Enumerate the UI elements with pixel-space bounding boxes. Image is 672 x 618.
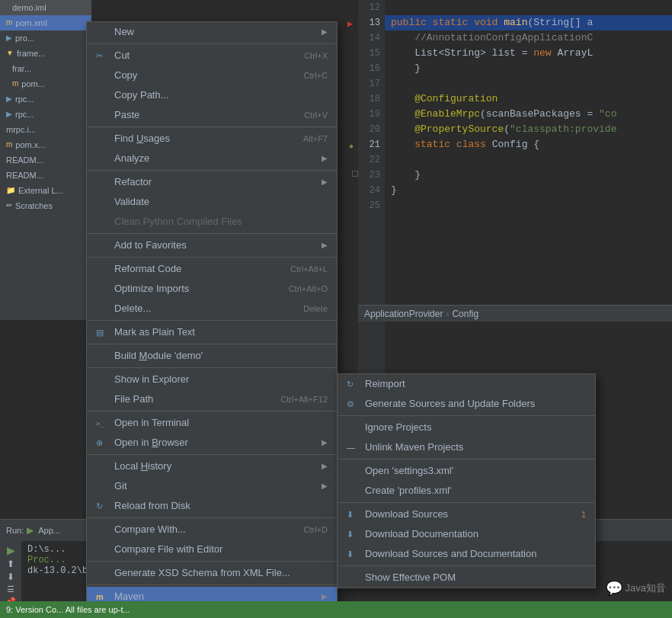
file-icon: ▶ bbox=[6, 30, 12, 46]
maven-generate-sources[interactable]: ⚙Generate Sources and Update Folders bbox=[338, 394, 595, 414]
menu-item-label: ⊕Open in Browser bbox=[96, 433, 188, 453]
run-list-button[interactable]: ☰ bbox=[7, 584, 14, 594]
menu-item-reload[interactable]: ↻Reload from Disk bbox=[87, 496, 337, 516]
menu-item-compare[interactable]: Compare With... Ctrl+D bbox=[87, 520, 337, 540]
menu-item-mark-plain[interactable]: ▤Mark as Plain Text bbox=[87, 322, 337, 342]
code-line-20: @PropertySource("classpath:provide bbox=[385, 122, 672, 137]
code-line-15: List<String> list = new ArrayL bbox=[385, 46, 672, 61]
menu-item-show-explorer[interactable]: Show in Explorer bbox=[87, 370, 337, 389]
string: "co bbox=[599, 108, 616, 120]
maven-create-profiles[interactable]: Create 'profiles.xml' bbox=[338, 481, 595, 501]
maven-ignore-projects[interactable]: Ignore Projects bbox=[338, 418, 595, 437]
menu-item-label: ↻Reload from Disk bbox=[96, 496, 190, 516]
tree-item[interactable]: demo.iml bbox=[0, 0, 91, 15]
code-text: ( bbox=[504, 123, 510, 135]
tree-item-pom[interactable]: m pom.xml bbox=[0, 15, 91, 30]
menu-item-paste[interactable]: Paste Ctrl+V bbox=[87, 105, 337, 125]
run-down-button[interactable]: ⬇ bbox=[7, 572, 14, 582]
code-text: (scanBasePackages = bbox=[480, 108, 599, 120]
menu-item-copy-path[interactable]: Copy Path... bbox=[87, 85, 337, 105]
menu-item-label: ⚙Generate Sources and Update Folders bbox=[347, 394, 535, 414]
menu-item-find-usages[interactable]: Find Usages Alt+F7 bbox=[87, 129, 337, 149]
code-line-13: public static void main(String[] a bbox=[385, 15, 672, 30]
menu-item-add-favorites[interactable]: Add to Favorites ▶ bbox=[87, 235, 337, 255]
menu-item-label: —Unlink Maven Projects bbox=[347, 437, 463, 457]
menu-item-label: Reformat Code bbox=[96, 259, 181, 279]
maven-download-docs[interactable]: ⬇Download Documentation bbox=[338, 524, 595, 544]
tree-item-scratches[interactable]: ✏ Scratches bbox=[0, 198, 91, 213]
menu-item-git[interactable]: Git ▶ bbox=[87, 476, 337, 496]
line-num: 17 bbox=[358, 76, 385, 91]
tree-item[interactable]: m pom.x... bbox=[0, 137, 91, 152]
unlink-icon: — bbox=[347, 437, 360, 457]
menu-item-label: Compare File with Editor bbox=[96, 540, 222, 559]
tree-item[interactable]: m pom... bbox=[0, 76, 91, 91]
menu-item-label: ⬇Download Sources bbox=[347, 504, 448, 524]
menu-item-analyze[interactable]: Analyze ▶ bbox=[87, 149, 337, 168]
tree-item-rpc2[interactable]: ▶ rpc... bbox=[0, 107, 91, 122]
menu-separator bbox=[87, 517, 337, 518]
menu-item-reformat[interactable]: Reformat Code Ctrl+Alt+L bbox=[87, 259, 337, 279]
maven-download-sources[interactable]: ⬇Download Sources 1 bbox=[338, 504, 595, 524]
breadcrumb-part1[interactable]: ApplicationProvider bbox=[364, 309, 443, 319]
play-icon[interactable]: ▶ bbox=[27, 525, 34, 536]
line-num: 21 ● bbox=[358, 137, 385, 152]
menu-separator bbox=[87, 454, 337, 455]
annotation: @Configuration bbox=[391, 93, 498, 104]
tree-item[interactable]: READM... bbox=[0, 152, 91, 168]
tree-item[interactable]: mrpc.i... bbox=[0, 122, 91, 137]
submenu-arrow: ▶ bbox=[322, 456, 328, 476]
run-play-button[interactable]: ▶ bbox=[7, 544, 15, 556]
menu-item-optimize[interactable]: Optimize Imports Ctrl+Alt+O bbox=[87, 279, 337, 299]
maven-unlink[interactable]: —Unlink Maven Projects bbox=[338, 437, 595, 457]
menu-item-refactor[interactable]: Refactor ▶ bbox=[87, 172, 337, 192]
menu-separator bbox=[87, 584, 337, 585]
tree-label: demo.iml bbox=[12, 0, 46, 15]
menu-item-new[interactable]: New ▶ bbox=[87, 22, 337, 42]
submenu-arrow: ▶ bbox=[322, 235, 328, 255]
maven-download-both[interactable]: ⬇Download Sources and Documentation bbox=[338, 544, 595, 564]
menu-item-label: Show in Explorer bbox=[96, 370, 189, 389]
menu-item-generate-xsd[interactable]: Generate XSD Schema from XML File... bbox=[87, 563, 337, 583]
menu-item-label: ▤Mark as Plain Text bbox=[96, 322, 195, 342]
tree-item[interactable]: READM... bbox=[0, 168, 91, 183]
menu-item-label: Analyze bbox=[96, 149, 149, 168]
tree-item-frame[interactable]: ▼ frame... bbox=[0, 46, 91, 61]
breadcrumb-part2[interactable]: Config bbox=[452, 309, 478, 319]
menu-item-label: ✂Cut bbox=[96, 46, 130, 66]
menu-item-build[interactable]: Build Module 'demo' bbox=[87, 346, 337, 366]
menu-item-file-path[interactable]: File Path Ctrl+Alt+F12 bbox=[87, 389, 337, 409]
file-tree: demo.iml m pom.xml ▶ pro... ▼ frame... f… bbox=[0, 0, 91, 320]
tree-item[interactable]: frar... bbox=[0, 61, 91, 76]
menu-item-cut[interactable]: ✂Cut Ctrl+X bbox=[87, 46, 337, 66]
submenu-arrow: ▶ bbox=[322, 149, 328, 168]
menu-item-label: Compare With... bbox=[96, 520, 186, 540]
ext-icon: 📁 bbox=[6, 183, 15, 198]
menu-item-browser[interactable]: ⊕Open in Browser ▶ bbox=[87, 433, 337, 453]
run-stop-button[interactable]: ⬆ bbox=[7, 559, 14, 569]
menu-item-label: Find Usages bbox=[96, 129, 170, 149]
tree-label: pom... bbox=[21, 76, 45, 91]
menu-item-local-history[interactable]: Local History ▶ bbox=[87, 456, 337, 476]
code-line-22 bbox=[385, 152, 672, 168]
menu-item-compare-editor[interactable]: Compare File with Editor bbox=[87, 540, 337, 559]
download-icon: ⬇ bbox=[347, 504, 360, 524]
menu-item-copy[interactable]: Copy Ctrl+C bbox=[87, 66, 337, 85]
menu-separator bbox=[338, 502, 595, 503]
tree-label: rpc... bbox=[15, 107, 34, 122]
tree-item-external[interactable]: 📁 External L... bbox=[0, 183, 91, 198]
menu-item-terminal[interactable]: >_Open in Terminal bbox=[87, 413, 337, 433]
run-tab[interactable]: App... bbox=[38, 526, 60, 535]
code-line-21: static class Config { bbox=[385, 137, 672, 152]
maven-open-settings[interactable]: Open 'settings3.xml' bbox=[338, 461, 595, 481]
keyword: public static void bbox=[391, 17, 504, 28]
menu-item-validate[interactable]: Validate bbox=[87, 192, 337, 212]
code-editor[interactable]: public static void main(String[] a //Ann… bbox=[385, 0, 672, 213]
wechat-icon: 💬 bbox=[606, 580, 622, 597]
tree-item-rpc1[interactable]: ▶ rpc... bbox=[0, 91, 91, 107]
tree-label: pom.x... bbox=[15, 137, 45, 152]
maven-reimport[interactable]: ↻Reimport bbox=[338, 374, 595, 394]
maven-show-effective-pom[interactable]: Show Effective POM bbox=[338, 568, 595, 588]
menu-item-delete[interactable]: Delete... Delete bbox=[87, 299, 337, 319]
tree-item[interactable]: ▶ pro... bbox=[0, 30, 91, 46]
